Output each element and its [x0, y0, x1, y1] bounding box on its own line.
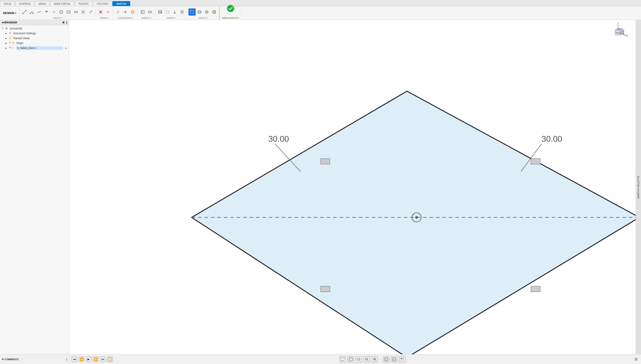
tool-line[interactable] — [21, 8, 28, 16]
svg-point-3 — [30, 13, 31, 14]
tool-constraint-3[interactable] — [129, 8, 136, 16]
svg-marker-44 — [192, 91, 320, 182]
origin-icon: 📁 — [12, 42, 15, 45]
tool-insert-4[interactable] — [178, 8, 186, 16]
inspect-label[interactable]: INSPECT — [138, 17, 155, 19]
tree-item-origin[interactable]: ▶ 👁 📁 Origin — [0, 41, 69, 46]
tool-solid-select[interactable] — [196, 8, 203, 16]
finish-sketch-icon[interactable] — [225, 5, 236, 12]
svg-point-4 — [33, 13, 34, 14]
tool-inspect-2[interactable] — [146, 8, 154, 16]
tool-offset[interactable] — [50, 8, 58, 16]
main-toolbar: DESIGN ▾ — [0, 6, 320, 20]
tab-plastic[interactable]: PLASTIC — [75, 1, 92, 6]
toolbar-group-inspect: INSPECT — [138, 6, 155, 20]
tool-body-select[interactable] — [210, 8, 218, 16]
tree-item-named-views[interactable]: ▶ 📁 Named Views — [0, 36, 69, 41]
tool-sketch-fillet[interactable] — [43, 8, 50, 16]
tree-item-dice[interactable]: ▶ 👁 ⬡ 6_Sided_Dice:1 ⏺ — [0, 46, 69, 50]
finish-sketch-label[interactable]: FINISH SKETCH — [220, 17, 241, 19]
insert-label[interactable]: INSERT — [155, 17, 187, 19]
dice-label: 6_Sided_Dice:1 — [16, 46, 63, 50]
tool-component-select[interactable] — [203, 8, 210, 16]
tool-spline[interactable] — [36, 8, 43, 16]
browser-collapse[interactable]: ◀ — [2, 21, 3, 24]
design-dropdown[interactable]: DESIGN ▾ — [0, 6, 20, 20]
tool-window-select[interactable] — [188, 8, 196, 16]
design-arrow: ▾ — [15, 12, 16, 14]
browser-more[interactable]: | — [66, 21, 67, 24]
svg-line-18 — [90, 11, 92, 13]
origin-label: Origin — [16, 42, 67, 45]
tree-item-doc-settings[interactable]: ▶ ⚙ Document Settings — [0, 31, 69, 36]
svg-point-13 — [61, 12, 62, 12]
tool-insert-3[interactable] — [171, 8, 178, 16]
tab-sketch[interactable]: SKETCH — [112, 1, 130, 6]
tab-surface[interactable]: SURFACE — [15, 1, 34, 6]
expand-arrow-doc: ▶ — [5, 32, 8, 34]
toolbar-group-insert: IMG INSERT — [155, 6, 187, 20]
doc-settings-icon: ⚙ — [9, 32, 12, 35]
tool-rectangle[interactable] — [65, 8, 72, 16]
tool-insert-1[interactable]: IMG — [156, 8, 164, 16]
tool-project[interactable] — [87, 8, 94, 16]
named-views-label: Named Views — [13, 37, 67, 40]
sketch-svg: 30.00 30.00 — [69, 20, 320, 182]
tool-circle[interactable] — [58, 8, 65, 16]
create-label[interactable]: CREATE — [20, 17, 96, 19]
tool-point[interactable] — [80, 8, 87, 16]
tab-utilities[interactable]: UTILITIES — [93, 1, 112, 6]
svg-rect-41 — [206, 11, 208, 13]
design-label: DESIGN — [3, 11, 14, 15]
named-views-icon: 📁 — [9, 36, 12, 40]
browser-title: BROWSER — [4, 21, 17, 24]
tool-constraint-1[interactable] — [114, 8, 122, 16]
tool-inspect-1[interactable] — [139, 8, 146, 16]
svg-point-7 — [46, 12, 47, 12]
svg-rect-42 — [213, 11, 216, 13]
svg-rect-40 — [198, 11, 201, 13]
svg-point-1 — [22, 13, 23, 14]
svg-line-0 — [23, 10, 26, 14]
dice-record-icon: ⏺ — [65, 47, 67, 50]
expand-arrow-unsaved: ▼ — [2, 27, 4, 30]
svg-rect-35 — [166, 11, 169, 13]
modify-label[interactable]: MODIFY — [96, 17, 113, 19]
tab-mesh[interactable]: MESH — [35, 1, 50, 6]
svg-rect-39 — [190, 10, 194, 14]
svg-rect-15 — [74, 11, 78, 13]
toolbar-group-select: SELECT — [187, 6, 219, 20]
svg-rect-14 — [67, 11, 70, 13]
toolbar-group-create: CREATE — [20, 6, 96, 20]
doc-settings-label: Document Settings — [13, 32, 67, 35]
expand-arrow-origin: ▶ — [5, 42, 8, 44]
svg-rect-32 — [149, 11, 151, 13]
tab-sheet-metal[interactable]: SHEET METAL — [50, 1, 74, 6]
tool-constraint-2[interactable] — [122, 8, 129, 16]
browser-panel: ◀ BROWSER ⊕ | ▼ ◉ (Unsaved) ▶ ⚙ Document… — [0, 20, 69, 182]
tree-item-unsaved[interactable]: ▼ ◉ (Unsaved) — [0, 26, 69, 31]
browser-pin[interactable]: ⊕ — [62, 21, 64, 24]
svg-text:30.00: 30.00 — [268, 134, 289, 144]
toolbar-group-constraints: CONSTRAINTS — [113, 6, 138, 20]
svg-point-2 — [26, 10, 26, 11]
dice-vis-icon: 👁 — [9, 46, 11, 50]
tab-solid[interactable]: SOLID — [0, 1, 15, 6]
tool-slot[interactable] — [72, 8, 80, 16]
tool-insert-2[interactable] — [164, 8, 171, 16]
constraints-label[interactable]: CONSTRAINTS — [113, 17, 138, 19]
unsaved-icon: ◉ — [5, 27, 9, 30]
tool-modify-2[interactable] — [104, 8, 112, 16]
origin-vis-icon: 👁 — [9, 42, 11, 45]
canvas-area[interactable]: 30.00 30.00 Z X FRONT — [69, 20, 320, 182]
browser-tree: ▼ ◉ (Unsaved) ▶ ⚙ Document Settings ▶ 📁 … — [0, 25, 69, 52]
finish-sketch-group: FINISH SKETCH — [219, 6, 242, 20]
tab-bar: SOLID SURFACE MESH SHEET METAL PLASTIC U… — [0, 0, 320, 6]
svg-point-43 — [227, 5, 234, 12]
svg-text:IMG: IMG — [159, 11, 162, 13]
select-label[interactable]: SELECT — [187, 17, 219, 19]
tool-modify-1[interactable] — [97, 8, 104, 16]
unsaved-label: (Unsaved) — [10, 27, 67, 30]
dice-icon: ⬡ — [12, 46, 15, 50]
tool-arc[interactable] — [28, 8, 36, 16]
